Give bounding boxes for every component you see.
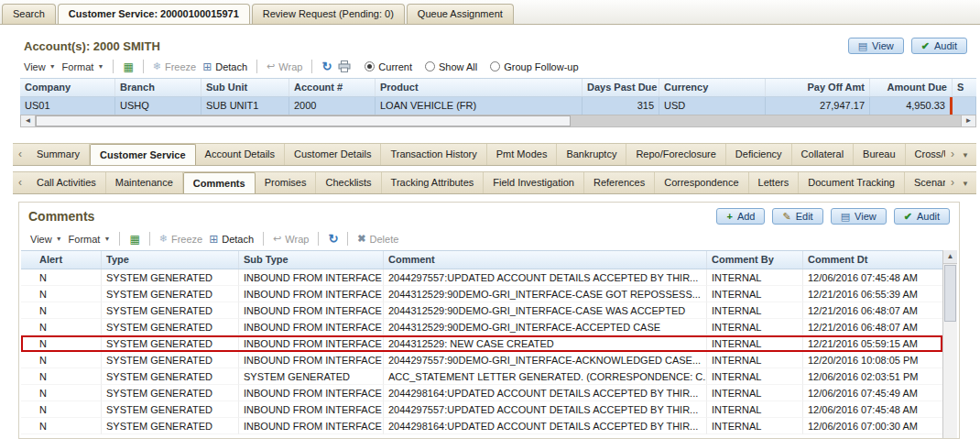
comment-row[interactable]: NSYSTEM GENERATEDINBOUND FROM INTERFACE2… bbox=[21, 269, 942, 286]
comments-col-alert[interactable]: Alert bbox=[21, 251, 102, 269]
scroll-left-icon[interactable]: ◄ bbox=[21, 115, 36, 126]
comment-row[interactable]: NSYSTEM GENERATEDINBOUND FROM INTERFACE2… bbox=[21, 352, 942, 368]
service-tab-bankruptcy[interactable]: Bankruptcy bbox=[557, 144, 626, 165]
comments-col-comment-by[interactable]: Comment By bbox=[707, 251, 803, 269]
subtab-correspondence[interactable]: Correspondence bbox=[655, 172, 748, 193]
subtab-promises[interactable]: Promises bbox=[256, 172, 317, 193]
comments-format-menu[interactable]: Format ▼ bbox=[69, 234, 111, 245]
subtab-comments[interactable]: Comments bbox=[183, 172, 256, 193]
account-col-amount-due[interactable]: Amount Due bbox=[870, 79, 953, 96]
comments-export-icon[interactable]: ▦ bbox=[129, 233, 139, 246]
service-tab-deficiency[interactable]: Deficiency bbox=[726, 144, 792, 165]
account-row[interactable]: US01USHQSUB UNIT12000LOAN VEHICLE (FR)31… bbox=[20, 97, 976, 115]
service-tab-collateral[interactable]: Collateral bbox=[792, 144, 854, 165]
account-col-days-past-due[interactable]: Days Past Due bbox=[583, 79, 659, 96]
main-tab-review-request-pending-0[interactable]: Review Request (Pending: 0) bbox=[252, 4, 405, 24]
tabs-overflow-icon[interactable]: ▼ bbox=[960, 144, 976, 165]
comments-view-menu[interactable]: View ▼ bbox=[30, 234, 62, 245]
wrap-button[interactable]: ↩ Wrap bbox=[267, 60, 302, 72]
comments-col-type[interactable]: Type bbox=[102, 251, 239, 269]
account-col-branch[interactable]: Branch bbox=[115, 79, 201, 96]
subtab-document-tracking[interactable]: Document Tracking bbox=[799, 172, 905, 193]
view-button[interactable]: ▤ View bbox=[831, 208, 887, 225]
printer-icon[interactable] bbox=[338, 60, 351, 72]
service-tab-bureau[interactable]: Bureau bbox=[854, 144, 905, 165]
comments-freeze-button[interactable]: ❄ Freeze bbox=[159, 233, 202, 245]
comments-col-comment[interactable]: Comment bbox=[384, 251, 707, 269]
scroll-up-icon[interactable]: ▲ bbox=[943, 250, 957, 264]
freeze-button[interactable]: ❄ Freeze bbox=[153, 60, 196, 72]
toolbar-separator bbox=[113, 60, 114, 73]
comment-subtype: INBOUND FROM INTERFACE bbox=[239, 418, 384, 434]
subtabs-scroll-right-icon[interactable]: › bbox=[945, 172, 960, 193]
subtab-field-investigation[interactable]: Field Investigation bbox=[484, 172, 584, 193]
comment-row[interactable]: NSYSTEM GENERATEDSYSTEM GENERATEDACC_STA… bbox=[21, 368, 942, 385]
horizontal-scrollbar-thumb[interactable] bbox=[36, 115, 571, 126]
refresh-icon[interactable]: ↻ bbox=[321, 60, 332, 73]
subtab-checklists[interactable]: Checklists bbox=[316, 172, 381, 193]
tabs-scroll-right-icon[interactable]: › bbox=[945, 144, 960, 165]
subtabs-scroll-left-icon[interactable]: ‹ bbox=[13, 172, 27, 193]
service-tab-repo-foreclosure[interactable]: Repo/Foreclosure bbox=[626, 144, 725, 165]
comment-row[interactable]: NSYSTEM GENERATEDINBOUND FROM INTERFACE2… bbox=[21, 286, 942, 302]
service-tab-transaction-history[interactable]: Transaction History bbox=[381, 144, 486, 165]
comment-row[interactable]: NSYSTEM GENERATEDINBOUND FROM INTERFACE2… bbox=[21, 401, 942, 418]
account-col-currency[interactable]: Currency bbox=[659, 79, 766, 96]
comments-wrap-button[interactable]: ↩ Wrap bbox=[273, 233, 309, 245]
service-tab-cross-up-sell-ac[interactable]: Cross/Up Sell Ac bbox=[906, 144, 946, 165]
filter-show-all[interactable]: Show All bbox=[425, 61, 477, 72]
subtabs-overflow-icon[interactable]: ▼ bbox=[960, 172, 976, 193]
comments-col-sub-type[interactable]: Sub Type bbox=[239, 251, 384, 269]
account-col-s[interactable]: S bbox=[953, 79, 976, 96]
main-tab-search[interactable]: Search bbox=[2, 4, 56, 24]
subtab-maintenance[interactable]: Maintenance bbox=[106, 172, 183, 193]
account-col-sub-unit[interactable]: Sub Unit bbox=[201, 79, 289, 96]
subtab-scenario-an[interactable]: Scenario An bbox=[905, 172, 945, 193]
export-icon[interactable]: ▦ bbox=[123, 60, 133, 73]
radio-icon bbox=[425, 61, 435, 71]
account-audit-button[interactable]: ✔ Audit bbox=[911, 38, 967, 54]
vertical-scrollbar-thumb[interactable] bbox=[944, 265, 956, 322]
service-tab-account-details[interactable]: Account Details bbox=[196, 144, 285, 165]
view-menu[interactable]: View ▼ bbox=[24, 61, 56, 72]
account-col-product[interactable]: Product bbox=[376, 79, 583, 96]
account-col-company[interactable]: Company bbox=[20, 79, 115, 96]
account-col-account[interactable]: Account # bbox=[289, 79, 376, 96]
subtab-tracking-attributes[interactable]: Tracking Attributes bbox=[382, 172, 485, 193]
tabs-scroll-left-icon[interactable]: ‹ bbox=[13, 144, 27, 165]
comment-dt: 12/21/2016 05:59:15 AM bbox=[803, 335, 942, 352]
format-menu[interactable]: Format ▼ bbox=[62, 61, 104, 72]
account-col-pay-off-amt[interactable]: Pay Off Amt bbox=[766, 79, 870, 96]
service-tab-summary[interactable]: Summary bbox=[27, 144, 90, 165]
comments-detach-button[interactable]: ⊞ Detach bbox=[209, 233, 254, 246]
filter-label: Current bbox=[378, 61, 412, 72]
comment-row[interactable]: NSYSTEM GENERATEDINBOUND FROM INTERFACE2… bbox=[21, 385, 942, 401]
service-tab-customer-service[interactable]: Customer Service bbox=[90, 144, 196, 165]
horizontal-scrollbar-track[interactable] bbox=[571, 115, 961, 126]
comments-refresh-icon[interactable]: ↻ bbox=[328, 232, 338, 246]
filter-group-follow-up[interactable]: Group Follow-up bbox=[490, 61, 578, 72]
comment-row-highlighted[interactable]: NSYSTEM GENERATEDINBOUND FROM INTERFACE2… bbox=[21, 335, 942, 352]
audit-button[interactable]: ✔ Audit bbox=[894, 208, 950, 225]
comment-row[interactable]: NSYSTEM GENERATEDINBOUND FROM INTERFACE2… bbox=[21, 302, 942, 319]
edit-button[interactable]: ✎ Edit bbox=[772, 208, 822, 225]
scroll-right-icon[interactable]: ► bbox=[961, 115, 975, 126]
comment-row[interactable]: NSYSTEM GENERATEDINBOUND FROM INTERFACE2… bbox=[21, 319, 942, 335]
subtab-letters[interactable]: Letters bbox=[749, 172, 800, 193]
subtab-references[interactable]: References bbox=[584, 172, 655, 193]
subtab-call-activities[interactable]: Call Activities bbox=[27, 172, 106, 193]
main-tab-customer-service-20000100015971[interactable]: Customer Service: 20000100015971 bbox=[58, 4, 250, 24]
audit-button-label: Audit bbox=[917, 211, 940, 222]
account-filter-radios: CurrentShow AllGroup Follow-up bbox=[365, 61, 578, 72]
comment-by: INTERNAL bbox=[707, 286, 803, 302]
detach-button[interactable]: ⊞ Detach bbox=[202, 60, 247, 73]
delete-button[interactable]: ✖ Delete bbox=[357, 233, 398, 245]
service-tab-pmt-modes[interactable]: Pmt Modes bbox=[487, 144, 558, 165]
service-tab-customer-details[interactable]: Customer Details bbox=[285, 144, 381, 165]
comment-row[interactable]: NSYSTEM GENERATEDINBOUND FROM INTERFACE2… bbox=[21, 418, 942, 434]
comments-col-comment-dt[interactable]: Comment Dt bbox=[803, 251, 942, 269]
filter-current[interactable]: Current bbox=[365, 61, 412, 72]
add-button[interactable]: + Add bbox=[716, 208, 765, 225]
account-view-button[interactable]: ▤ View bbox=[848, 38, 904, 54]
main-tab-queue-assignment[interactable]: Queue Assignment bbox=[407, 4, 514, 24]
